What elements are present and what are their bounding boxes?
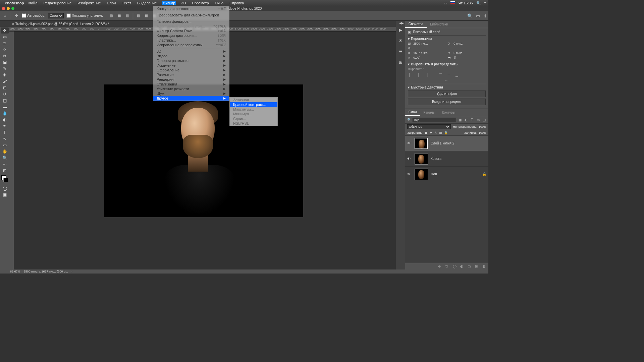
align-right-btn[interactable]: ▕ (424, 72, 429, 77)
tab-channels[interactable]: Каналы (420, 109, 439, 116)
menu-pixelate-sub[interactable]: Оформление▶ (153, 68, 229, 72)
submenu-minimum[interactable]: Минимум... (230, 112, 277, 116)
flip-h-icon[interactable]: ⇋ (448, 56, 451, 59)
align-left-icon[interactable]: ▤ (109, 13, 114, 18)
expand-panels-icon[interactable]: ◀▶ (399, 21, 404, 25)
align-right-icon[interactable]: ▥ (125, 13, 130, 18)
visibility-icon[interactable]: 👁 (407, 157, 412, 161)
history-brush-tool[interactable]: ↺ (1, 91, 9, 97)
zoom-level[interactable]: 66,67% (10, 270, 20, 273)
lock-pos-icon[interactable]: ✜ (430, 131, 432, 134)
layer-thumbnail[interactable] (415, 169, 428, 180)
marquee-tool[interactable]: ▭ (1, 34, 9, 40)
y-input[interactable] (453, 51, 472, 55)
toolbar-more[interactable]: ⋯ (1, 161, 9, 167)
screenmode-tool[interactable]: ▣ (1, 192, 9, 198)
blur-tool[interactable]: 💧 (1, 110, 9, 116)
eraser-tool[interactable]: ◫ (1, 98, 9, 104)
screenshare-icon[interactable]: ▭ (444, 1, 447, 5)
clock[interactable]: Чт 15:35 (459, 1, 473, 5)
fx-icon[interactable]: fx (445, 264, 449, 268)
select-subject-button[interactable]: Выделить предмет (408, 99, 486, 105)
menu-select[interactable]: Выделение (136, 1, 158, 5)
align-center-v-icon[interactable]: ▦ (144, 13, 149, 18)
align-header[interactable]: ▾ Выровнять и распределить (408, 62, 486, 66)
mask-icon[interactable]: ◯ (453, 264, 457, 268)
language-flag-icon[interactable] (450, 1, 455, 5)
crop-tool[interactable]: ⧉ (1, 53, 9, 59)
menu-camera-raw[interactable]: Фильтр Camera Raw...⇧⌘A (153, 28, 229, 33)
menu-vanishing-point[interactable]: Исправление перспективы...⌥⌘V (153, 43, 229, 47)
tab-layers[interactable]: Слои (405, 109, 420, 116)
search-icon[interactable]: 🔍 (467, 13, 473, 18)
menu-edit[interactable]: Редактирование (42, 1, 72, 5)
history-panel-icon[interactable]: ▶ (397, 27, 404, 33)
fill-value[interactable]: 100% (479, 131, 486, 134)
align-hcenter-btn[interactable]: │ (416, 72, 421, 77)
menu-3d[interactable]: 3D (180, 1, 187, 5)
home-icon[interactable]: ⌂ (3, 13, 8, 18)
filter-smart-icon[interactable]: ◫ (482, 118, 486, 122)
move-tool[interactable]: ✥ (1, 27, 9, 34)
workspace-icon[interactable]: ▭ (476, 13, 480, 18)
submenu-high-pass[interactable]: Краевой контраст... (230, 102, 277, 107)
menu-filter-gallery[interactable]: Галерея фильтров... (153, 19, 229, 24)
submenu-custom[interactable]: Заказная... (230, 98, 277, 102)
menu-noise-sub[interactable]: Шум▶ (153, 91, 229, 96)
path-tool[interactable]: ↖ (1, 136, 9, 142)
more-align-icon[interactable]: ⋯ (408, 79, 486, 82)
adjustment-icon[interactable]: ◐ (460, 264, 464, 268)
dodge-tool[interactable]: ◐ (1, 117, 9, 123)
menu-video-sub[interactable]: Видео▶ (153, 54, 229, 58)
menu-filter[interactable]: Фильтр (162, 1, 176, 5)
filter-adj-icon[interactable]: ◐ (464, 118, 468, 122)
menu-other-sub[interactable]: Другое▶ (153, 96, 229, 101)
group-icon[interactable]: ▢ (468, 264, 472, 268)
gradient-tool[interactable]: ▬ (1, 104, 9, 110)
x-input[interactable] (453, 42, 472, 45)
pen-tool[interactable]: ✒ (1, 123, 9, 129)
adjustments-panel-icon[interactable]: ☀ (397, 38, 404, 44)
menu-blur-sub[interactable]: Размытие▶ (153, 72, 229, 77)
lock-nest-icon[interactable]: ▦ (439, 131, 442, 134)
edit-toolbar[interactable]: ⊡ (1, 168, 9, 174)
doc-info-arrow-icon[interactable]: › (71, 270, 72, 273)
shape-tool[interactable]: ▭ (1, 142, 9, 148)
align-vcenter-btn[interactable]: ─ (446, 72, 451, 77)
swatches-panel-icon[interactable]: ⊞ (397, 59, 404, 65)
eyedropper-tool[interactable]: ✎ (1, 66, 9, 72)
submenu-offset[interactable]: Сдвиг... (230, 116, 277, 121)
tab-paths[interactable]: Контуры (439, 109, 459, 116)
type-tool[interactable]: T (1, 129, 9, 135)
visibility-icon[interactable]: 👁 (407, 141, 412, 145)
layer-name[interactable]: Фон (431, 172, 437, 176)
share-icon[interactable]: ⇧ (483, 13, 487, 18)
height-input[interactable] (413, 51, 432, 55)
filter-shape-icon[interactable]: ▭ (476, 118, 480, 122)
menu-type[interactable]: Текст (121, 1, 132, 5)
show-controls-checkbox[interactable]: Показать упр. элем. (66, 13, 103, 18)
menu-view[interactable]: Просмотр (191, 1, 210, 5)
menu-last-filter[interactable]: Контурная резкость⌃⌘F (153, 6, 229, 11)
layer-name[interactable]: Слой 1 копия 2 (431, 141, 454, 145)
menu-image[interactable]: Изображение (76, 1, 102, 5)
heal-tool[interactable]: ✚ (1, 72, 9, 78)
move-tool-icon[interactable]: ✥ (14, 13, 19, 18)
wand-tool[interactable]: ✧ (1, 47, 9, 53)
menu-sharpen-sub[interactable]: Усиление резкости▶ (153, 86, 229, 91)
menu-render-sub[interactable]: Рендеринг▶ (153, 77, 229, 82)
tab-libraries[interactable]: Библиотеки (427, 21, 451, 28)
window-maximize-icon[interactable] (11, 7, 14, 10)
ruler-vertical[interactable] (9, 32, 14, 269)
quick-actions-header[interactable]: ▾ Быстрые действия (408, 85, 486, 89)
menu-stylize-sub[interactable]: Стилизация▶ (153, 82, 229, 86)
quickmask-tool[interactable]: ◯ (1, 185, 9, 191)
blend-mode-select[interactable]: Обычные (407, 124, 451, 129)
opacity-value[interactable]: 100% (479, 125, 486, 128)
menu-help[interactable]: Справка (228, 1, 245, 5)
link-layers-icon[interactable]: ⊘ (438, 264, 442, 268)
align-center-h-icon[interactable]: ▦ (117, 13, 122, 18)
menu-file[interactable]: Файл (27, 1, 38, 5)
angle-input[interactable] (413, 56, 432, 59)
lasso-tool[interactable]: ⊃ (1, 40, 9, 46)
